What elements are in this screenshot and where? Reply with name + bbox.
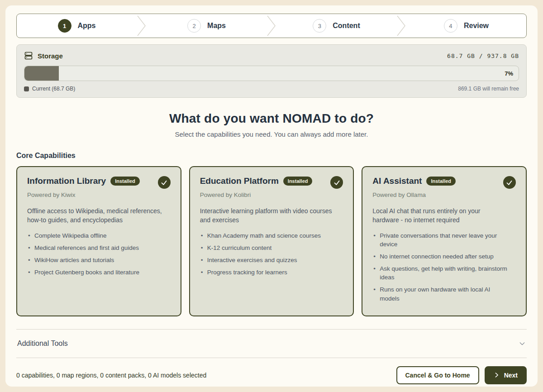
core-capabilities-heading: Core Capabilities: [16, 152, 527, 160]
page-title: What do you want NOMAD to do?: [16, 111, 527, 126]
powered-by-label: Powered by Ollama: [372, 191, 516, 198]
storage-usage-value: 68.7 GB / 937.8 GB: [447, 53, 519, 59]
chevron-right-icon: [494, 372, 500, 378]
step-apps[interactable]: 1 Apps: [17, 14, 137, 38]
feature-item: No internet connection needed after setu…: [372, 252, 508, 261]
installed-badge: Installed: [110, 177, 140, 186]
step-number-badge: 1: [58, 19, 71, 33]
selected-check-icon[interactable]: [503, 176, 516, 189]
setup-wizard-page: 1 Apps 2 Maps 3 Content 4 Review: [5, 5, 538, 387]
next-button[interactable]: Next: [485, 366, 527, 384]
storage-legend-current: Current (68.7 GB): [24, 86, 75, 92]
feature-item: Interactive exercises and quizzes: [200, 256, 336, 264]
feature-item: Medical references and first aid guides: [27, 244, 163, 252]
feature-item: Ask questions, get help with writing, br…: [372, 264, 508, 282]
feature-item: Private conversations that never leave y…: [372, 231, 508, 249]
storage-percent-label: 7%: [505, 70, 513, 77]
card-feature-list: Complete Wikipedia offline Medical refer…: [27, 231, 171, 277]
storage-icon: [24, 51, 33, 60]
powered-by-label: Powered by Kiwix: [27, 191, 171, 198]
additional-tools-label: Additional Tools: [17, 339, 68, 348]
card-ai-assistant[interactable]: AI Assistant Installed Powered by Ollama…: [362, 166, 527, 316]
card-description: Local AI chat that runs entirely on your…: [372, 206, 508, 225]
step-number-badge: 4: [444, 19, 457, 33]
selected-check-icon[interactable]: [158, 176, 171, 189]
feature-item: Complete Wikipedia offline: [27, 231, 163, 240]
card-title: Information Library: [27, 176, 106, 186]
wizard-footer: 0 capabilities, 0 map regions, 0 content…: [16, 358, 527, 387]
card-title: AI Assistant: [372, 176, 422, 186]
storage-panel: Storage 68.7 GB / 937.8 GB 7% Current (6…: [16, 44, 527, 98]
step-label: Maps: [207, 22, 226, 30]
step-separator-icon: [137, 14, 147, 38]
wizard-stepper: 1 Apps 2 Maps 3 Content 4 Review: [16, 14, 527, 38]
card-description: Interactive learning platform with video…: [200, 206, 336, 225]
page-subtitle: Select the capabilities you need. You ca…: [16, 130, 527, 138]
card-title: Education Platform: [200, 176, 279, 186]
additional-tools-toggle[interactable]: Additional Tools: [16, 330, 527, 358]
step-label: Apps: [78, 22, 96, 30]
powered-by-label: Powered by Kolibri: [200, 191, 343, 198]
step-review[interactable]: 4 Review: [406, 14, 526, 38]
card-description: Offline access to Wikipedia, medical ref…: [27, 206, 163, 225]
step-separator-icon: [396, 14, 406, 38]
selection-summary: 0 capabilities, 0 map regions, 0 content…: [16, 372, 206, 379]
cancel-button[interactable]: Cancel & Go to Home: [396, 366, 479, 384]
step-content[interactable]: 3 Content: [276, 14, 396, 38]
next-button-label: Next: [504, 372, 518, 379]
installed-badge: Installed: [283, 177, 313, 186]
storage-progress-fill: [24, 66, 59, 81]
feature-item: Runs on your own hardware with local AI …: [372, 285, 508, 302]
storage-remaining-label: 869.1 GB will remain free: [458, 86, 519, 92]
step-label: Review: [464, 22, 489, 30]
feature-item: Project Gutenberg books and literature: [27, 268, 163, 277]
step-separator-icon: [267, 14, 276, 38]
chevron-down-icon: [519, 340, 526, 347]
feature-item: Khan Academy math and science courses: [200, 231, 336, 240]
card-education-platform[interactable]: Education Platform Installed Powered by …: [189, 166, 354, 316]
card-feature-list: Khan Academy math and science courses K-…: [200, 231, 343, 277]
legend-dot-icon: [24, 86, 29, 91]
step-number-badge: 3: [313, 19, 326, 33]
installed-badge: Installed: [426, 177, 456, 186]
feature-item: WikiHow articles and tutorials: [27, 256, 163, 264]
step-maps[interactable]: 2 Maps: [147, 14, 267, 38]
feature-item: K-12 curriculum content: [200, 244, 336, 252]
card-information-library[interactable]: Information Library Installed Powered by…: [16, 166, 181, 316]
capability-cards: Information Library Installed Powered by…: [16, 166, 527, 316]
step-label: Content: [333, 22, 360, 30]
feature-item: Progress tracking for learners: [200, 268, 336, 277]
selected-check-icon[interactable]: [330, 176, 343, 189]
storage-title: Storage: [38, 52, 63, 60]
page-heading: What do you want NOMAD to do? Select the…: [16, 111, 527, 138]
step-number-badge: 2: [187, 19, 201, 33]
card-feature-list: Private conversations that never leave y…: [372, 231, 516, 303]
storage-progress-bar: 7%: [24, 66, 519, 81]
